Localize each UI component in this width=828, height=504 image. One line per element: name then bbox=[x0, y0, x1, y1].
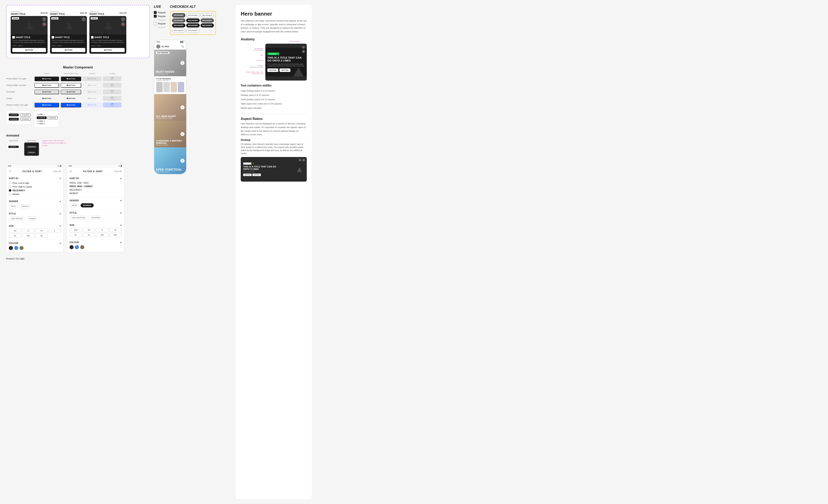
filter-clear-right[interactable]: Clear All bbox=[114, 170, 122, 173]
swatch-right-black[interactable] bbox=[70, 245, 74, 249]
card-button-1[interactable]: BUTTON bbox=[12, 48, 46, 52]
gender-chip-right-mens[interactable]: MENS bbox=[70, 203, 79, 207]
size-right-2xs[interactable]: 2XS bbox=[70, 228, 82, 232]
size-right-xxl[interactable]: XXL bbox=[96, 233, 109, 237]
chip-9[interactable]: BEGINNER bbox=[201, 24, 214, 28]
gender-label-right: GENDER bbox=[70, 200, 79, 202]
radio-4[interactable] bbox=[9, 193, 11, 195]
chip-8[interactable]: BEGINNER bbox=[186, 24, 200, 28]
heart-icon-2[interactable]: ♡ bbox=[82, 17, 86, 21]
bm-btn-secondary-pressed[interactable]: BUTTON bbox=[61, 90, 81, 94]
size-right-m[interactable]: M bbox=[109, 228, 122, 232]
bm-btn-black-pressed[interactable]: BUTTON bbox=[61, 77, 81, 81]
bm-btn-product-default[interactable]: BUTTON bbox=[35, 103, 59, 108]
hero-nav-btn-3[interactable]: › bbox=[180, 132, 184, 136]
bm-btn-tertiary-default[interactable]: BUTTON bbox=[35, 96, 59, 100]
hero-nav-btn-4[interactable]: › bbox=[180, 159, 184, 163]
style-chip-right-highwaisted[interactable]: HIGH WAISTED bbox=[70, 216, 88, 220]
size-right-3xl[interactable]: 3XL bbox=[109, 233, 122, 237]
anatomy-btn-1[interactable]: BUTTON bbox=[267, 69, 278, 72]
size-right-xl[interactable]: XL bbox=[70, 233, 82, 237]
size-right-xl2[interactable]: XL bbox=[83, 233, 95, 237]
swatch-blue[interactable] bbox=[14, 246, 18, 250]
sort-newest[interactable]: NEWEST bbox=[70, 192, 122, 195]
chip-10[interactable]: BEGINNER bbox=[172, 28, 185, 33]
label-item-3: • LABEL 2 bbox=[37, 123, 56, 125]
pause-icon[interactable]: ⏸ bbox=[302, 50, 305, 53]
bm-btn-secondary-default[interactable]: BUTTON bbox=[35, 90, 59, 94]
chip-2[interactable]: BEGINNER bbox=[186, 13, 200, 17]
swatch-brown[interactable] bbox=[19, 246, 24, 250]
filter-option-4[interactable]: Newest bbox=[9, 192, 61, 196]
size-xxl[interactable]: XXL bbox=[22, 234, 35, 238]
gender-chip-womens[interactable]: Womens bbox=[19, 204, 31, 208]
bookmark-icon-1[interactable]: 🔖 bbox=[42, 22, 46, 26]
chip-7[interactable]: BEGINNER bbox=[172, 24, 185, 28]
gender-chip-mens[interactable]: Mens bbox=[9, 204, 18, 208]
bm-btn-white-default[interactable]: BUTTON bbox=[35, 83, 59, 88]
sort-price-high[interactable]: PRICE: HIGH - LOWEST bbox=[70, 185, 122, 188]
dp-btn-2[interactable]: BUTTON bbox=[252, 174, 261, 176]
size-xl[interactable]: XL bbox=[9, 234, 21, 238]
filter-option-3[interactable]: RELEVANCY bbox=[9, 188, 61, 192]
hero-title-4: APEX: FUNCTIOAL bbox=[156, 168, 182, 171]
anatomy-btn-2[interactable]: BUTTON bbox=[280, 69, 290, 72]
gender-chip-right-womens[interactable]: WOMENS bbox=[81, 203, 94, 207]
dp-pause-icon[interactable]: ⏸ bbox=[302, 159, 305, 162]
dp-btn-1[interactable]: BUTTON bbox=[243, 174, 252, 176]
card-button-3[interactable]: BUTTON bbox=[91, 48, 125, 52]
checkbox-1[interactable] bbox=[154, 11, 157, 14]
filter-close-left[interactable]: ✕ bbox=[9, 170, 11, 173]
swatch-right-blue[interactable] bbox=[75, 245, 79, 249]
filter-option-2[interactable]: Price: High to Lowest bbox=[9, 185, 61, 188]
size-xs[interactable]: XS bbox=[9, 229, 21, 233]
chip-6[interactable]: BEGINNER bbox=[201, 18, 214, 23]
view-all-link-2[interactable]: View All bbox=[80, 12, 87, 14]
size-3x[interactable]: 3X bbox=[35, 234, 48, 238]
radio-2[interactable] bbox=[9, 185, 11, 188]
hero-nav-btn-2[interactable]: › bbox=[180, 106, 184, 110]
filter-panel-right: 9:41 ● ● ▌ ✕ FILTER & SORT Clear All SOR… bbox=[67, 164, 124, 253]
view-all-link-3[interactable]: View All bbox=[119, 12, 126, 14]
chip-1[interactable]: BEGINNER bbox=[172, 13, 185, 17]
swatch-black[interactable] bbox=[9, 246, 13, 250]
chip-5[interactable]: BEGINNER bbox=[186, 18, 200, 23]
size-s[interactable]: S bbox=[22, 229, 35, 233]
filter-close-right[interactable]: ✕ bbox=[70, 170, 72, 173]
sort-price-low[interactable]: PRICE: LOW - HIGH bbox=[70, 181, 122, 185]
radio-1[interactable] bbox=[9, 182, 11, 184]
phone-hero-2: ALL NEW ADAPT Feel good, perform better … bbox=[154, 94, 186, 121]
heart-icon-1[interactable]: ♡ bbox=[42, 17, 46, 21]
style-chip-right-cropped[interactable]: CROPPED bbox=[89, 216, 102, 220]
size-right-s[interactable]: S bbox=[96, 228, 109, 232]
chip-11[interactable]: BEGINNER bbox=[186, 28, 200, 33]
phone-frame-1: 9:41 ▌▌▌ HI, JESS 🔍 JUST DROPPED MUST H bbox=[154, 40, 187, 174]
bm-btn-product-pressed[interactable]: BUTTON bbox=[61, 103, 81, 108]
swatch-right-brown[interactable] bbox=[80, 245, 84, 249]
bookmark-icon-3[interactable]: 🔖 bbox=[121, 22, 125, 26]
radio-3[interactable] bbox=[9, 189, 11, 192]
style-chip-cropped[interactable]: Cropped bbox=[26, 216, 38, 220]
size-l[interactable]: L bbox=[49, 229, 61, 233]
checkbox-2[interactable] bbox=[154, 15, 157, 17]
hero-nav-btn-1[interactable]: › bbox=[180, 61, 184, 65]
card-button-2[interactable]: BUTTON bbox=[52, 48, 85, 52]
bm-btn-black-default[interactable]: BUTTON bbox=[35, 77, 59, 81]
expand-icon[interactable]: ⤢ bbox=[302, 46, 305, 49]
more-icon[interactable]: ··· bbox=[182, 78, 184, 81]
size-right-xs[interactable]: XS bbox=[83, 228, 95, 232]
checkbox-4[interactable] bbox=[154, 22, 157, 25]
filter-clear-left[interactable]: Clear All bbox=[53, 170, 61, 173]
dp-expand-icon[interactable]: ⤢ bbox=[298, 159, 301, 162]
chip-3[interactable]: BEGINNER bbox=[201, 13, 214, 17]
view-all-link-1[interactable]: View All bbox=[40, 12, 48, 14]
phone-search-icon[interactable]: 🔍 bbox=[181, 45, 184, 48]
heart-icon-3[interactable]: ♡ bbox=[121, 17, 125, 21]
style-chip-highwaisted[interactable]: High Waisted bbox=[9, 216, 25, 220]
size-m[interactable]: M bbox=[35, 229, 48, 233]
chip-4[interactable]: BEGINNER bbox=[172, 18, 185, 23]
bm-btn-white-pressed[interactable]: BUTTON bbox=[61, 83, 81, 88]
bm-btn-tertiary-pressed[interactable]: BUTTON bbox=[61, 96, 81, 100]
filter-option-1[interactable]: Price: Low to High bbox=[9, 181, 61, 185]
sort-relevancy[interactable]: RELEVANCY bbox=[70, 188, 122, 192]
